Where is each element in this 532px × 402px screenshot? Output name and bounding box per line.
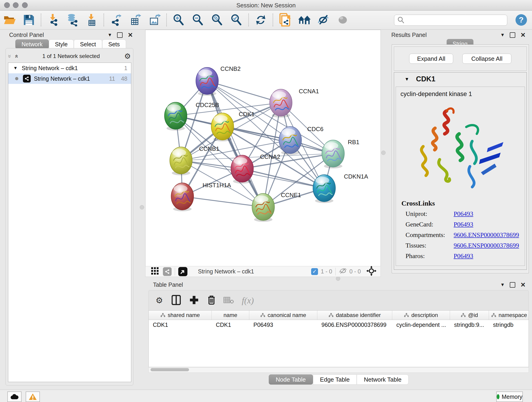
- string-home-icon[interactable]: [298, 13, 311, 26]
- enhanced-labels-hide-icon[interactable]: [317, 13, 330, 26]
- help-icon[interactable]: ?: [515, 14, 527, 27]
- selected-nodes-checkbox-icon[interactable]: ✓: [311, 268, 318, 275]
- import-network-from-database-icon[interactable]: [66, 13, 79, 26]
- memory-button[interactable]: Memory: [496, 391, 523, 402]
- column-header--id[interactable]: @id: [450, 311, 489, 320]
- show-glass-ball-icon[interactable]: [336, 13, 349, 26]
- warning-icon[interactable]: [26, 391, 40, 402]
- save-session-icon[interactable]: [22, 13, 35, 26]
- collapse-all-networks-icon[interactable]: »: [13, 55, 20, 58]
- network-node-ccna1[interactable]: [270, 89, 292, 118]
- close-panel-icon[interactable]: ✕: [520, 283, 526, 287]
- column-header-shared-name[interactable]: shared name: [149, 311, 212, 320]
- network-edge[interactable]: [182, 196, 263, 207]
- network-share-view-icon[interactable]: [163, 267, 172, 276]
- tab-style[interactable]: Style: [49, 39, 74, 49]
- network-node-ccnb1[interactable]: [170, 147, 192, 175]
- collapse-panel-icon[interactable]: ▼: [108, 32, 112, 38]
- collapse-all-button[interactable]: Collapse All: [462, 54, 511, 64]
- table-cell[interactable]: CDK1: [212, 322, 249, 328]
- search-field[interactable]: [394, 15, 507, 26]
- search-input[interactable]: [407, 15, 507, 25]
- collapse-panel-icon[interactable]: ▼: [500, 282, 505, 287]
- crosslink-link[interactable]: P06493: [454, 210, 473, 217]
- network-canvas[interactable]: CCNB2CCNA1CDC25BCDK1CDC6RB1CCNB1CCNA2CDK…: [145, 30, 381, 266]
- crosslink-link[interactable]: P06493: [454, 221, 473, 228]
- import-table-from-file-icon[interactable]: [85, 13, 98, 26]
- network-node-rb1[interactable]: [322, 140, 344, 168]
- network-node-ccne1[interactable]: [252, 193, 274, 222]
- column-header-namespace[interactable]: namespace: [489, 311, 529, 320]
- column-header-database-identifier[interactable]: database identifier: [317, 311, 392, 320]
- close-panel-icon[interactable]: ✕: [128, 33, 133, 37]
- tab-sets[interactable]: Sets: [102, 39, 126, 49]
- network-node-cdc25b[interactable]: [165, 102, 187, 131]
- float-panel-icon[interactable]: [510, 32, 515, 38]
- table-cell[interactable]: stringdb: [489, 322, 529, 328]
- table-cell[interactable]: 9606.ENSP00000378699: [317, 322, 392, 328]
- crosslink-link[interactable]: P06493: [454, 252, 473, 260]
- show-columns-icon[interactable]: [172, 295, 181, 306]
- network-row[interactable]: String Network – cdk1 11 48: [8, 73, 131, 84]
- tab-select[interactable]: Select: [74, 39, 102, 49]
- function-builder-icon[interactable]: f(x): [242, 295, 254, 306]
- string-network-graph[interactable]: CCNB2CCNA1CDC25BCDK1CDC6RB1CCNB1CCNA2CDK…: [146, 30, 380, 266]
- table-cell[interactable]: stringdb:9...: [450, 322, 489, 328]
- delete-table-icon[interactable]: [223, 296, 234, 305]
- table-options-gear-icon[interactable]: ⚙: [156, 296, 163, 305]
- float-panel-icon[interactable]: [117, 32, 123, 38]
- table-row[interactable]: CDK1CDK1P064939606.ENSP00000378699cyclin…: [149, 320, 529, 330]
- tab-node-table[interactable]: Node Table: [269, 375, 313, 385]
- zoom-selected-icon[interactable]: [230, 13, 243, 26]
- grid-view-icon[interactable]: [151, 267, 159, 276]
- add-column-icon[interactable]: [190, 295, 199, 306]
- tab-network[interactable]: Network: [15, 39, 49, 49]
- close-panel-icon[interactable]: ✕: [520, 33, 526, 37]
- network-node-cdk1[interactable]: [211, 113, 234, 141]
- crosslink-link[interactable]: 9606.ENSP00000378699: [454, 231, 519, 239]
- birds-eye-view-icon[interactable]: [178, 267, 187, 276]
- network-options-gear-icon[interactable]: ⚙: [124, 52, 131, 61]
- fit-content-crosshair-icon[interactable]: [366, 266, 376, 277]
- export-table-icon[interactable]: [129, 13, 142, 26]
- collapse-panel-icon[interactable]: ▼: [500, 32, 505, 38]
- column-header-canonical-name[interactable]: canonical name: [249, 311, 317, 320]
- network-node-ccna2[interactable]: [231, 155, 253, 184]
- expand-all-button[interactable]: Expand All: [409, 54, 453, 64]
- float-panel-icon[interactable]: [510, 282, 515, 288]
- tab-edge-table[interactable]: Edge Table: [313, 375, 357, 385]
- tab-network-table[interactable]: Network Table: [357, 375, 409, 385]
- zoom-in-icon[interactable]: [172, 13, 185, 26]
- network-collection-row[interactable]: ▼ String Network – cdk1 1: [8, 63, 131, 73]
- hidden-items-eye-icon[interactable]: [339, 268, 347, 276]
- crosslink-link[interactable]: 9606.ENSP00000378699: [454, 242, 519, 249]
- network-node-ccnb2[interactable]: [196, 67, 218, 96]
- column-header-description[interactable]: description: [392, 311, 450, 320]
- cloud-status-icon[interactable]: [7, 391, 22, 402]
- right-splitter-handle[interactable]: [381, 151, 386, 155]
- zoom-out-icon[interactable]: [191, 13, 204, 26]
- card-collapse-icon[interactable]: ▼: [405, 77, 409, 82]
- table-horizontal-scrollbar[interactable]: [148, 367, 529, 373]
- zoom-fit-icon[interactable]: [211, 13, 224, 26]
- table-cell[interactable]: cyclin-dependent ...: [392, 322, 450, 328]
- tree-expand-icon[interactable]: ▼: [13, 65, 18, 70]
- export-image-icon[interactable]: [148, 13, 161, 26]
- network-node-hist1h1a[interactable]: [171, 183, 194, 211]
- node-label-ccnb2: CCNB2: [220, 65, 241, 72]
- table-cell[interactable]: CDK1: [149, 322, 212, 328]
- network-node-cdkn1a[interactable]: [313, 175, 336, 203]
- table-cell[interactable]: P06493: [249, 322, 317, 328]
- string-import-icon[interactable]: [279, 13, 291, 26]
- left-splitter-handle[interactable]: [140, 205, 144, 210]
- export-network-icon[interactable]: [109, 13, 122, 26]
- delete-column-icon[interactable]: [207, 295, 215, 306]
- refresh-layout-icon[interactable]: [254, 13, 267, 26]
- import-network-from-file-icon[interactable]: [47, 13, 60, 26]
- expand-all-networks-icon[interactable]: »: [6, 55, 13, 58]
- node-table[interactable]: shared namenamecanonical namedatabase id…: [148, 310, 529, 367]
- scrollbar-thumb[interactable]: [151, 368, 189, 371]
- column-header-name[interactable]: name: [212, 311, 249, 320]
- network-edge[interactable]: [242, 169, 324, 188]
- open-session-icon[interactable]: [3, 13, 16, 26]
